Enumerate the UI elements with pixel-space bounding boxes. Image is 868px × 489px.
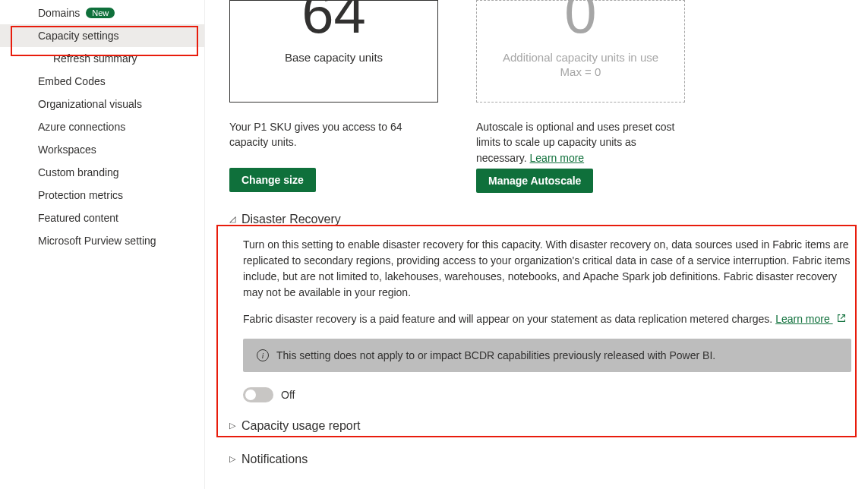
additional-capacity-card: 0 Additional capacity units in use Max =… [476,0,685,193]
expanded-icon: ◿ [229,214,235,224]
disaster-recovery-section: ◿ Disaster Recovery Turn on this setting… [229,210,851,402]
base-capacity-desc: Your P1 SKU gives you access to 64 capac… [229,119,438,165]
sidebar-item-label: Protection metrics [38,189,123,201]
sidebar-item-label: Refresh summary [53,52,137,65]
toggle-knob [245,390,256,400]
additional-capacity-max: Max = 0 [560,65,601,78]
sidebar-item-label: Domains [38,7,80,19]
dr-description-1: Turn on this setting to enable disaster … [243,237,851,301]
section-title: Notifications [241,453,308,466]
sidebar-item-label: Microsoft Purview setting [38,235,156,247]
sidebar-item-azure-connections[interactable]: Azure connections [0,115,204,138]
capacity-cards-row: 64 Base capacity units Your P1 SKU gives… [229,0,851,193]
sidebar: Domains New Capacity settings Refresh su… [0,0,205,489]
sidebar-item-label: Featured content [38,212,118,224]
notifications-header[interactable]: ▷ Notifications [229,450,851,469]
sidebar-item-domains[interactable]: Domains New [0,2,204,24]
info-icon: i [257,349,269,361]
manage-autoscale-button[interactable]: Manage Autoscale [476,169,593,193]
dr-description-2: Fabric disaster recovery is a paid featu… [243,311,851,328]
dr-banner-text: This setting does not apply to or impact… [276,349,715,361]
sidebar-item-microsoft-purview-setting[interactable]: Microsoft Purview setting [0,229,204,252]
sidebar-item-embed-codes[interactable]: Embed Codes [0,70,204,93]
external-link-icon [836,312,847,328]
additional-capacity-label: Additional capacity units in use [503,51,658,64]
base-capacity-label: Base capacity units [285,51,383,64]
notifications-section: ▷ Notifications [229,450,851,469]
section-title: Capacity usage report [241,419,361,433]
collapsed-icon: ▷ [229,421,235,431]
base-capacity-card: 64 Base capacity units Your P1 SKU gives… [229,0,438,193]
additional-capacity-value: 0 [564,0,596,39]
additional-capacity-box: 0 Additional capacity units in use Max =… [476,0,685,103]
sidebar-item-label: Azure connections [38,121,125,133]
sidebar-item-custom-branding[interactable]: Custom branding [0,161,204,184]
capacity-usage-report-header[interactable]: ▷ Capacity usage report [229,416,851,436]
sidebar-item-label: Organizational visuals [38,98,142,110]
dr-learn-more-link[interactable]: Learn more [775,313,846,325]
sidebar-item-label: Embed Codes [38,75,106,87]
new-badge: New [86,8,115,18]
additional-capacity-desc: Autoscale is optional and uses preset co… [476,119,685,166]
main-content: 64 Base capacity units Your P1 SKU gives… [205,0,868,489]
sidebar-item-label: Workspaces [38,144,96,156]
sidebar-item-capacity-settings[interactable]: Capacity settings [0,24,204,47]
dr-info-banner: i This setting does not apply to or impa… [243,339,851,372]
sidebar-item-organizational-visuals[interactable]: Organizational visuals [0,93,204,115]
disaster-recovery-header[interactable]: ◿ Disaster Recovery [229,210,851,229]
sidebar-item-label: Capacity settings [38,30,119,42]
sidebar-item-featured-content[interactable]: Featured content [0,207,204,229]
dr-toggle-label: Off [281,389,295,401]
base-capacity-box: 64 Base capacity units [229,0,438,103]
sidebar-item-label: Custom branding [38,166,119,178]
sidebar-item-protection-metrics[interactable]: Protection metrics [0,184,204,207]
autoscale-learn-more-link[interactable]: Learn more [530,152,585,164]
base-capacity-value: 64 [301,0,366,39]
dr-toggle[interactable] [243,387,273,402]
collapsed-icon: ▷ [229,454,235,464]
capacity-usage-report-section: ▷ Capacity usage report [229,416,851,436]
dr-toggle-row: Off [243,387,851,402]
sidebar-item-workspaces[interactable]: Workspaces [0,138,204,161]
change-size-button[interactable]: Change size [229,168,316,192]
dr-paid-text: Fabric disaster recovery is a paid featu… [243,313,775,325]
disaster-recovery-body: Turn on this setting to enable disaster … [229,237,851,402]
sidebar-item-refresh-summary[interactable]: Refresh summary [0,47,204,70]
section-title: Disaster Recovery [241,213,341,226]
